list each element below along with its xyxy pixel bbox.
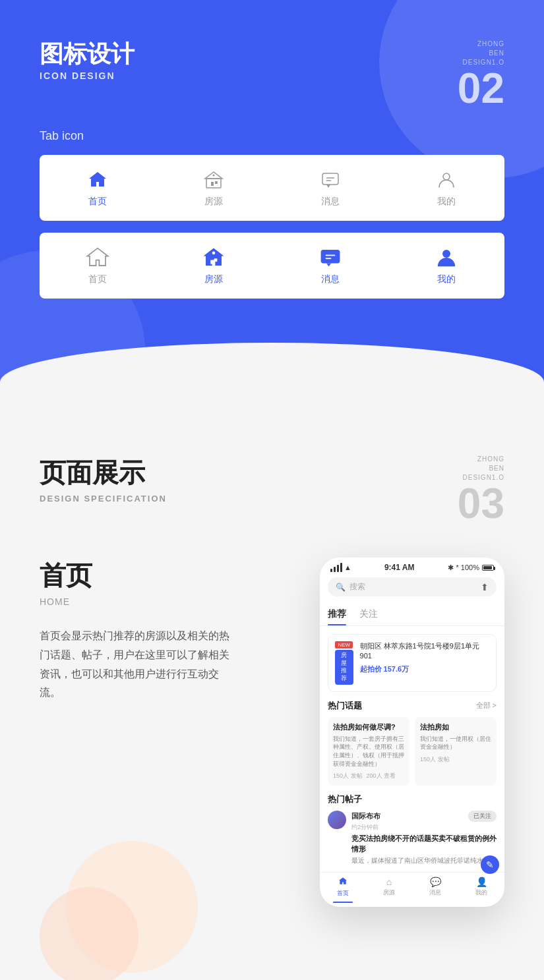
tab-bar-2: 首页 房源 消息 xyxy=(40,233,504,299)
post-follow-btn[interactable]: 已关注 xyxy=(468,811,497,822)
hot-topic-1-desc: 我们知道，一套房子拥有三种属性、产权、使用权（居住属性）、钱权（用于抵押获得资金… xyxy=(333,735,404,768)
section1-title-zh: 图标设计 xyxy=(40,40,135,68)
house-icon-active xyxy=(202,246,226,270)
msg-icon-active xyxy=(318,246,342,270)
post-user-row: 国际布布 已关注 xyxy=(351,811,497,822)
post-item-1[interactable]: 国际布布 已关注 约2分钟前 竞买法拍房绕不开的话题买卖不破租赁的例外情形 最近… xyxy=(320,811,504,865)
svg-rect-11 xyxy=(320,250,340,263)
phone-tabs: 推荐 关注 xyxy=(320,603,504,626)
search-placeholder: 搜索 xyxy=(349,581,477,592)
tab-item-user-active[interactable]: 我的 xyxy=(388,246,504,285)
tab-icon-label: Tab icon xyxy=(40,129,504,143)
recommendation-card[interactable]: NEW 房屋 推荐 朝阳区 林萃东路1号院1号楼9层1单元901 起拍价 157… xyxy=(328,634,497,692)
phone-search-bar[interactable]: 🔍 搜索 ⬆ xyxy=(328,577,497,596)
section2-num-big: 03 xyxy=(458,482,504,525)
hot-topics-list: 法拍房如何做尽调? 我们知道，一套房子拥有三种属性、产权、使用权（居住属性）、钱… xyxy=(320,717,504,786)
section1-num-label: ZHONGBENDESIGN1.O xyxy=(458,40,504,67)
hot-topics-row: 热门话题 全部 > xyxy=(320,700,504,712)
user-icon-active xyxy=(435,246,458,270)
search-icon: 🔍 xyxy=(336,583,346,592)
house-icon xyxy=(202,168,226,192)
phone-bottom-home-icon xyxy=(338,877,348,888)
section1-header: 图标设计 ICON DESIGN ZHONGBENDESIGN1.O 02 xyxy=(40,40,504,109)
rec-title: 朝阳区 林萃东路1号院1号楼9层1单元901 xyxy=(360,641,489,662)
phone-status-bar: ▲ 9:41 AM ✱ * 100% xyxy=(320,558,504,577)
tab-item-home-inactive[interactable]: 首页 xyxy=(40,246,156,285)
phone-time: 9:41 AM xyxy=(384,563,415,572)
edit-fab[interactable]: ✎ xyxy=(481,855,499,874)
section2-num-label: ZHONGBENDESIGN1.O xyxy=(458,455,504,482)
svg-point-14 xyxy=(442,250,450,258)
post-info: 国际布布 已关注 约2分钟前 竞买法拍房绕不开的话题买卖不破租赁的例外情形 最近… xyxy=(351,811,497,865)
tab-label-home-active: 首页 xyxy=(88,196,107,208)
hot-topic-2-desc: 我们知道，一使用权（居住资金金融性） xyxy=(420,735,491,751)
phone-battery: ✱ * 100% xyxy=(448,563,494,572)
rec-badge-sub: 推荐 xyxy=(338,667,350,682)
phone-bottom-home-indicator xyxy=(333,902,353,903)
section1-title-en: ICON DESIGN xyxy=(40,71,135,81)
tab-item-user[interactable]: 我的 xyxy=(388,168,504,208)
phone-bottom-tab-house[interactable]: ⌂ 房源 xyxy=(366,877,412,903)
section2-title-en: DESIGN SPECIFICATION xyxy=(40,494,167,504)
tab-item-home-active[interactable]: 首页 xyxy=(40,168,156,208)
phone-tab-follow[interactable]: 关注 xyxy=(354,603,386,625)
rec-badge-main: 房屋 xyxy=(338,652,350,667)
phone-bottom-tab-user[interactable]: 👤 我的 xyxy=(458,877,504,903)
post-desc: 最近，媒体报道了南山区华侨城波托菲诺纯水岸 xyxy=(351,856,497,865)
signal-icon xyxy=(330,563,342,572)
rec-badge: 房屋 推荐 xyxy=(335,650,353,685)
svg-rect-2 xyxy=(215,181,218,184)
home-title-zh: 首页 xyxy=(40,558,237,594)
svg-rect-9 xyxy=(211,260,214,264)
post-username: 国际布布 xyxy=(351,811,380,821)
icon-design-section: 图标设计 ICON DESIGN ZHONGBENDESIGN1.O 02 Ta… xyxy=(0,0,544,409)
svg-point-8 xyxy=(212,251,216,254)
tab-item-house-active[interactable]: 房源 xyxy=(156,246,272,285)
share-icon: ⬆ xyxy=(481,582,489,592)
new-badge: NEW xyxy=(335,641,353,649)
section2-title-block: 页面展示 DESIGN SPECIFICATION xyxy=(40,455,167,504)
hot-topic-1-post-count: 150人 发帖 xyxy=(333,772,363,780)
phone-bottom-msg-icon: 💬 xyxy=(430,877,441,887)
hot-topic-2[interactable]: 法拍房如 我们知道，一使用权（居住资金金融性） 150人 发帖 xyxy=(415,717,497,786)
section2-title-zh: 页面展示 xyxy=(40,455,167,491)
tab-label-msg: 消息 xyxy=(321,196,340,208)
phone-bottom-tab-home[interactable]: 首页 xyxy=(320,877,366,903)
tab-item-house[interactable]: 房源 xyxy=(156,168,272,208)
svg-rect-1 xyxy=(211,182,214,186)
bluetooth-icon: ✱ xyxy=(448,563,454,572)
svg-point-7 xyxy=(443,173,450,180)
post-title: 竞买法拍房绕不开的话题买卖不破租赁的例外情形 xyxy=(351,834,497,854)
hot-topic-1[interactable]: 法拍房如何做尽调? 我们知道，一套房子拥有三种属性、产权、使用权（居住属性）、钱… xyxy=(328,717,409,786)
svg-point-3 xyxy=(213,175,215,177)
rec-info: 朝阳区 林萃东路1号院1号楼9层1单元901 起拍价 157.6万 xyxy=(360,641,489,674)
status-left: ▲ xyxy=(330,563,351,572)
post-avatar xyxy=(328,811,346,829)
hot-topic-1-title: 法拍房如何做尽调? xyxy=(333,722,404,732)
tab-item-msg[interactable]: 消息 xyxy=(272,168,388,208)
phone-bottom-tab-msg[interactable]: 💬 消息 xyxy=(412,877,458,903)
hot-topics-more[interactable]: 全部 > xyxy=(476,701,497,710)
home-title-en: HOME xyxy=(40,596,237,607)
tab-item-msg-active[interactable]: 消息 xyxy=(272,246,388,285)
wifi-icon: ▲ xyxy=(344,563,351,571)
phone-bottom-house-label: 房源 xyxy=(383,888,395,897)
section2-number: ZHONGBENDESIGN1.O 03 xyxy=(458,455,504,525)
section1-number: ZHONGBENDESIGN1.O 02 xyxy=(458,40,504,109)
hot-posts-title: 热门帖子 xyxy=(320,793,504,805)
hot-topics-title: 热门话题 xyxy=(328,700,362,712)
rec-price: 起拍价 157.6万 xyxy=(360,664,489,674)
phone-bottom-user-icon: 👤 xyxy=(476,877,487,887)
rec-price-value: 157.6万 xyxy=(384,665,409,673)
user-icon xyxy=(435,168,458,192)
post-time: 约2分钟前 xyxy=(351,823,497,832)
battery-icon xyxy=(482,565,494,571)
tab-label-house2: 房源 xyxy=(204,274,223,285)
tab-label-user: 我的 xyxy=(437,196,456,208)
battery-text: * 100% xyxy=(456,563,479,571)
rec-badge-block: NEW 房屋 推荐 xyxy=(335,641,353,685)
phone-tab-recommend[interactable]: 推荐 xyxy=(328,603,354,625)
tab-label-home2: 首页 xyxy=(88,274,107,285)
page-design-section: 页面展示 DESIGN SPECIFICATION ZHONGBENDESIGN… xyxy=(0,409,544,946)
rec-price-label: 起拍价 xyxy=(360,665,382,673)
